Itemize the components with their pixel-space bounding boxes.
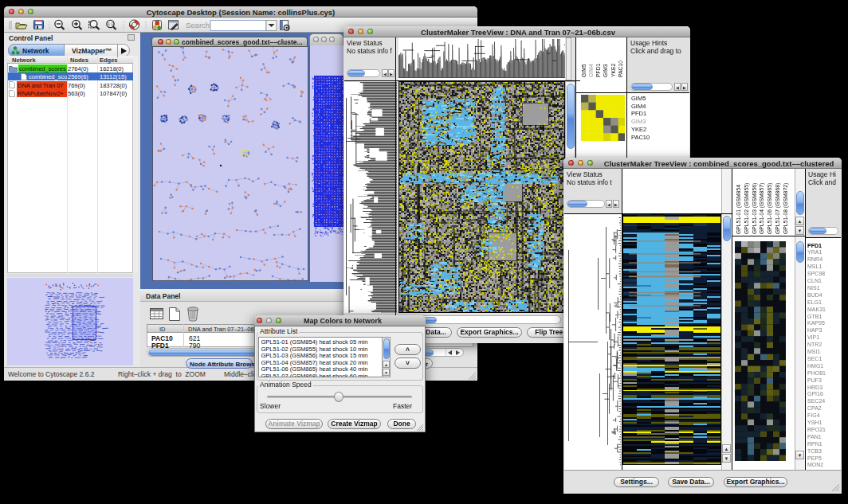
svg-text:Search:: Search: [186, 21, 212, 29]
svg-text:1:1: 1:1 [108, 21, 113, 26]
